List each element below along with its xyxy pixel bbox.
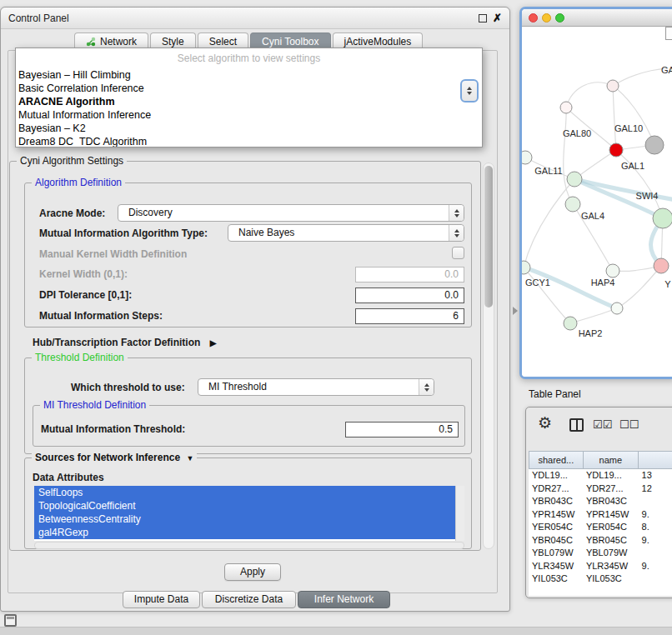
tab-label: jActiveModules	[344, 36, 412, 48]
network-node[interactable]	[522, 151, 532, 164]
network-node-label: GAL11	[534, 166, 562, 176]
select-all-checkboxes-icon[interactable]: ☑☑	[593, 418, 612, 431]
deselect-all-checkboxes-icon[interactable]: ☐☐	[619, 418, 639, 431]
algorithm-option[interactable]: ARACNE Algorithm	[16, 95, 482, 108]
settings-scrollbar-thumb[interactable]	[484, 166, 493, 308]
attributes-list-vscrollbar[interactable]	[455, 486, 464, 541]
tab-label: Network	[100, 36, 137, 48]
table-row[interactable]: YBR045CYBR045C9.	[529, 534, 672, 548]
tab-impute-data[interactable]: Impute Data	[123, 591, 200, 608]
network-node-label: GAL10	[614, 123, 643, 133]
zoom-traffic-light[interactable]	[555, 13, 564, 22]
algorithm-option[interactable]: Mutual Information Inference	[16, 108, 482, 122]
table-header: shared...name	[529, 451, 672, 469]
hub-section-label: Hub/Transcription Factor Definition	[33, 337, 200, 348]
tab-discretize-data[interactable]: Discretize Data	[202, 591, 296, 608]
network-node-label: GAL	[661, 65, 672, 75]
mi-threshold-field[interactable]: 0.5	[345, 422, 459, 438]
network-node[interactable]	[654, 258, 669, 273]
apply-button[interactable]: Apply	[224, 563, 281, 581]
table-column-header[interactable]: name	[583, 451, 639, 469]
sources-group-header[interactable]: Sources for Network Inference ▼	[32, 452, 197, 465]
settings-scrollbar[interactable]	[483, 162, 494, 549]
network-canvas[interactable]: GALGAL80GAL10GAL11GAL1SWI4GAL4GCY1HAP4YH…	[522, 27, 672, 377]
network-scroll-corner[interactable]	[665, 27, 672, 40]
table-row[interactable]: YER054CYER054C8.	[529, 521, 672, 534]
network-edge[interactable]	[613, 68, 668, 86]
gear-icon[interactable]: ⚙	[538, 415, 552, 432]
data-attributes-list[interactable]: SelfLoopsTopologicalCoefficientBetweenne…	[34, 486, 455, 541]
mi-type-value: Naive Bayes	[238, 227, 294, 238]
data-attribute-item[interactable]: TopologicalCoefficient	[34, 499, 455, 512]
tab-infer-network[interactable]: Infer Network	[298, 591, 390, 608]
table-row[interactable]: YDR27...YDR27...12	[529, 482, 672, 496]
network-node[interactable]	[653, 208, 672, 228]
aracne-mode-value: Discovery	[128, 207, 173, 218]
mi-threshold-label: Mutual Information Threshold:	[41, 423, 185, 435]
table-row[interactable]: YDL19...YDL19...13	[529, 469, 672, 482]
table-column-header[interactable]: shared...	[529, 451, 584, 469]
network-tab-icon	[86, 37, 96, 47]
table-column-header[interactable]	[638, 451, 672, 469]
aracne-mode-combobox[interactable]: Discovery	[118, 204, 464, 222]
manual-kernel-checkbox[interactable]	[452, 247, 464, 259]
table-row[interactable]: YBR043CYBR043C	[529, 495, 672, 508]
network-node[interactable]	[611, 302, 623, 314]
sources-group-title: Sources for Network Inference	[35, 452, 180, 463]
data-attribute-item[interactable]: gal4RGexp	[34, 526, 455, 539]
dpi-tolerance-field[interactable]: 0.0	[355, 288, 464, 303]
spinner-down-icon	[467, 92, 472, 95]
network-node[interactable]	[609, 143, 623, 157]
network-node-label: HAP4	[591, 278, 615, 288]
network-view-window: GALGAL80GAL10GAL11GAL1SWI4GAL4GCY1HAP4YH…	[519, 7, 672, 379]
close-icon[interactable]: ✗	[493, 12, 502, 24]
data-attribute-item[interactable]: BetweennessCentrality	[34, 512, 455, 526]
panel-dock-icon[interactable]	[4, 614, 17, 627]
tab-label: Cyni Toolbox	[262, 36, 318, 48]
network-node-label: Y	[664, 279, 671, 289]
network-edge[interactable]	[613, 86, 616, 150]
network-node-label: GCY1	[525, 278, 550, 288]
network-edge[interactable]	[566, 82, 613, 108]
algorithm-combobox-stepper[interactable]	[460, 79, 479, 102]
algorithm-option[interactable]: Bayesian – K2	[16, 122, 482, 135]
data-attributes-label: Data Attributes	[33, 472, 104, 483]
kernel-width-field[interactable]: 0.0	[355, 267, 464, 282]
dpi-tolerance-label: DPI Tolerance [0,1]:	[39, 289, 132, 301]
splitter-collapse-arrow[interactable]	[513, 307, 518, 315]
combobox-stepper-icon	[419, 379, 434, 395]
mi-type-combobox[interactable]: Naive Bayes	[228, 224, 464, 242]
network-edge[interactable]	[617, 266, 661, 308]
settings-group-title: Cyni Algorithm Settings	[17, 155, 127, 168]
network-node[interactable]	[560, 102, 572, 113]
network-node[interactable]	[564, 317, 577, 330]
network-node[interactable]	[606, 264, 619, 278]
network-node[interactable]	[522, 261, 530, 274]
algorithm-option[interactable]: Dream8 DC_TDC Algorithm	[16, 135, 482, 148]
mi-steps-field[interactable]: 6	[355, 308, 464, 324]
network-edge[interactable]	[613, 86, 654, 145]
network-edge[interactable]	[524, 268, 617, 308]
network-edge[interactable]	[564, 108, 573, 204]
attributes-list-hscrollbar[interactable]	[34, 542, 464, 549]
table-row[interactable]: YIL053CYIL053C	[529, 572, 672, 586]
minimize-traffic-light[interactable]	[542, 13, 551, 22]
data-attribute-item[interactable]: SelfLoops	[34, 486, 455, 499]
table-row[interactable]: YBL079WYBL079W	[529, 547, 672, 560]
network-node[interactable]	[607, 80, 619, 92]
table-row[interactable]: YLR345WYLR345W9.	[529, 560, 672, 573]
close-traffic-light[interactable]	[529, 13, 538, 22]
algorithm-option[interactable]: Bayesian – Hill Climbing	[16, 68, 482, 82]
network-node[interactable]	[565, 197, 580, 212]
which-threshold-combobox[interactable]: MI Threshold	[198, 378, 434, 396]
network-node[interactable]	[645, 136, 664, 154]
algorithm-option[interactable]: Basic Correlation Inference	[16, 82, 482, 95]
table-row[interactable]: YPR145WYPR145W9.	[529, 508, 672, 522]
network-node-label: GAL4	[581, 211, 604, 221]
float-window-icon[interactable]	[479, 14, 487, 22]
hub-section-header[interactable]: Hub/Transcription Factor Definition ▶	[33, 337, 216, 348]
network-edge[interactable]	[570, 308, 617, 323]
column-layout-icon[interactable]	[569, 418, 584, 432]
network-node[interactable]	[567, 172, 582, 187]
expand-right-icon: ▶	[210, 338, 217, 348]
